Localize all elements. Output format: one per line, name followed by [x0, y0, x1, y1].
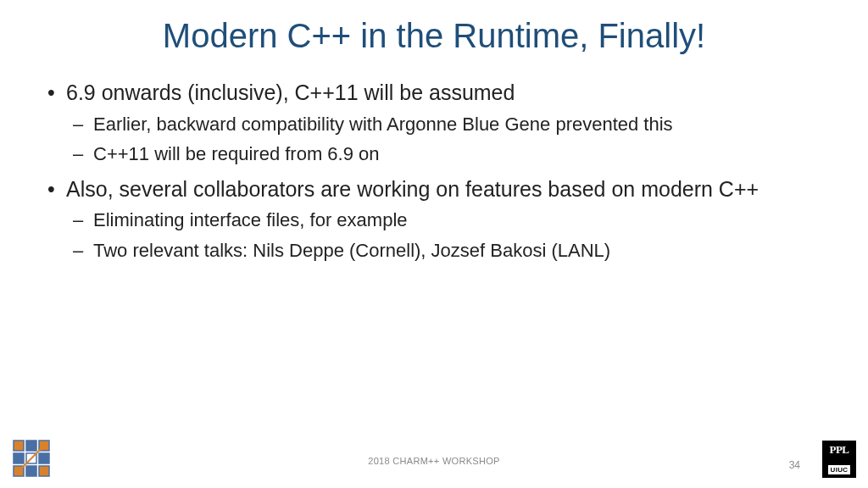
- logo-ppl-text: PPL: [829, 443, 849, 457]
- sub-bullet-item: Eliminating interface files, for example: [66, 208, 826, 233]
- ppl-uiuc-logo-icon: PPL UIUC: [822, 441, 856, 478]
- bullet-list-level1: 6.9 onwards (inclusive), C++11 will be a…: [42, 79, 826, 263]
- bullet-text: Also, several collaborators are working …: [66, 177, 759, 201]
- bullet-text: 6.9 onwards (inclusive), C++11 will be a…: [66, 80, 515, 104]
- slide: Modern C++ in the Runtime, Finally! 6.9 …: [0, 0, 868, 488]
- svg-rect-3: [14, 453, 24, 463]
- slide-content: 6.9 onwards (inclusive), C++11 will be a…: [42, 79, 826, 488]
- footer-text: 2018 CHARM++ WORKSHOP: [368, 456, 499, 466]
- bullet-item: 6.9 onwards (inclusive), C++11 will be a…: [42, 79, 826, 167]
- svg-rect-1: [26, 441, 36, 451]
- sub-bullet-item: C++11 will be required from 6.9 on: [66, 141, 826, 167]
- charm-grid-logo-icon: [12, 439, 51, 478]
- svg-rect-8: [39, 466, 49, 476]
- bullet-list-level2: Eliminating interface files, for example…: [66, 208, 826, 263]
- bullet-item: Also, several collaborators are working …: [42, 175, 826, 263]
- bullet-list-level2: Earlier, backward compatibility with Arg…: [66, 112, 826, 167]
- logo-uiuc-text: UIUC: [827, 464, 852, 475]
- sub-bullet-item: Two relevant talks: Nils Deppe (Cornell)…: [66, 238, 826, 263]
- svg-rect-7: [26, 466, 36, 476]
- svg-rect-0: [14, 441, 24, 451]
- sub-bullet-item: Earlier, backward compatibility with Arg…: [66, 112, 826, 137]
- page-number: 34: [789, 459, 800, 471]
- svg-rect-5: [39, 453, 49, 463]
- slide-footer: 2018 CHARM++ WORKSHOP: [0, 444, 868, 478]
- slide-title: Modern C++ in the Runtime, Finally!: [42, 17, 826, 55]
